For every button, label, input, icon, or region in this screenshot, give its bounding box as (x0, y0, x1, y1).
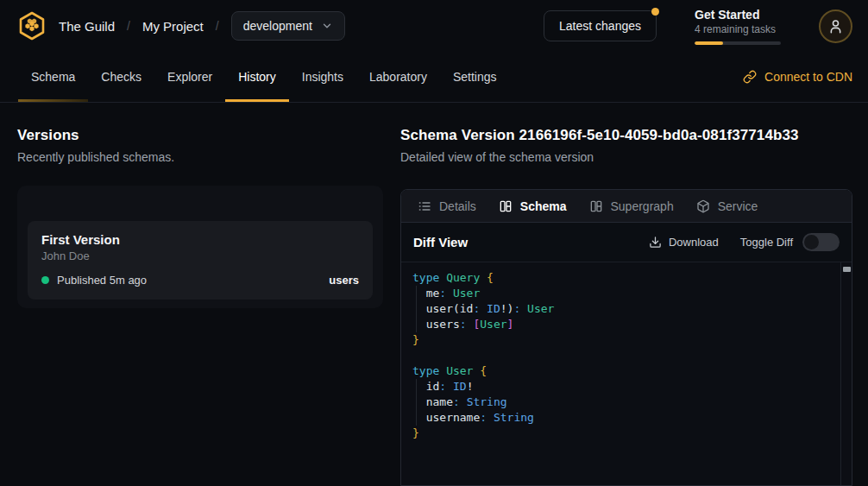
link-icon (743, 70, 757, 84)
tab-schema-view[interactable]: Schema (487, 190, 578, 222)
toggle-diff-switch[interactable] (802, 233, 840, 251)
get-started-progress-fill (695, 41, 723, 45)
code-line: user(id: ID!): User (401, 301, 852, 317)
schema-detail-tabs: Details Schema Supergraph (401, 190, 852, 223)
tab-supergraph[interactable]: Supergraph (578, 190, 685, 222)
main-nav: Schema Checks Explorer History Insights … (0, 52, 868, 103)
versions-subtitle: Recently published schemas. (17, 150, 383, 164)
published-status-dot (41, 276, 49, 284)
connect-to-cdn-link[interactable]: Connect to CDN (743, 52, 852, 102)
top-header: The Guild / My Project / development Lat… (0, 0, 868, 52)
tab-supergraph-label: Supergraph (611, 199, 674, 213)
avatar[interactable] (819, 9, 852, 43)
target-selector[interactable]: development (231, 11, 345, 41)
tab-service-label: Service (718, 199, 758, 213)
columns-icon (499, 199, 513, 213)
versions-list: First Version John Doe Published 5m ago … (17, 186, 383, 308)
version-name: First Version (41, 232, 359, 247)
get-started-subtitle: 4 remaining tasks (695, 23, 781, 35)
version-status: Published 5m ago (57, 274, 147, 287)
code-line: username: String (401, 410, 852, 426)
code-line: type Query { (401, 270, 852, 286)
nav-tab-history[interactable]: History (225, 52, 289, 102)
code-line: users: [User] (401, 317, 852, 332)
download-button[interactable]: Download (649, 236, 719, 249)
nav-tab-explorer[interactable]: Explorer (154, 52, 225, 102)
switch-knob (804, 235, 819, 249)
tab-details-label: Details (439, 199, 476, 213)
list-icon (418, 199, 431, 213)
page-content: Versions Recently published schemas. Fir… (0, 103, 868, 486)
download-label: Download (669, 236, 719, 249)
schema-code-viewer[interactable]: type Query { me: User user(id: ID!): Use… (401, 262, 852, 485)
columns-icon (589, 199, 603, 213)
diff-view-title: Diff View (413, 235, 468, 249)
code-line: me: User (401, 286, 852, 301)
connect-to-cdn-label: Connect to CDN (764, 70, 852, 84)
breadcrumb-project[interactable]: My Project (142, 19, 204, 34)
notification-dot (651, 8, 659, 16)
toggle-diff-control: Toggle Diff (740, 233, 840, 251)
code-line (401, 348, 852, 363)
code-line: name: String (401, 394, 852, 410)
toggle-diff-label: Toggle Diff (740, 236, 793, 249)
breadcrumb-separator: / (216, 19, 219, 33)
tab-service[interactable]: Service (685, 190, 770, 222)
code-line: id: ID! (401, 379, 852, 394)
latest-changes-button[interactable]: Latest changes (544, 10, 657, 41)
schema-version-title: Schema Version 2166196f-5e10-4059-bd0a-0… (400, 127, 852, 144)
hive-logo-icon (16, 10, 47, 41)
header-actions: Latest changes Get Started 4 remaining t… (544, 8, 852, 45)
cube-icon (696, 199, 710, 213)
chevron-down-icon (321, 20, 333, 32)
versions-pane: Versions Recently published schemas. Fir… (17, 127, 383, 486)
target-selector-value: development (243, 19, 312, 33)
code-line: } (401, 332, 852, 348)
download-icon (649, 236, 662, 249)
nav-tab-insights[interactable]: Insights (289, 52, 356, 102)
version-meta-row: Published 5m ago users (41, 274, 359, 287)
hive-logo[interactable] (16, 9, 48, 42)
code-line: type User { (401, 363, 852, 379)
user-icon (827, 18, 844, 35)
get-started-widget[interactable]: Get Started 4 remaining tasks (695, 8, 781, 45)
schema-detail-panel: Details Schema Supergraph (400, 189, 852, 486)
get-started-progress-bar (695, 41, 781, 45)
nav-tab-schema[interactable]: Schema (18, 52, 88, 102)
tab-schema-label: Schema (520, 199, 567, 213)
diff-view-toolbar: Diff View Download Toggle Diff (401, 223, 852, 262)
version-list-item[interactable]: First Version John Doe Published 5m ago … (28, 221, 373, 300)
nav-tab-laboratory[interactable]: Laboratory (356, 52, 440, 102)
latest-changes-label: Latest changes (559, 19, 641, 33)
diff-view-actions: Download Toggle Diff (649, 233, 840, 251)
schema-version-subtitle: Detailed view of the schema version (400, 150, 852, 164)
breadcrumb-separator: / (127, 19, 130, 33)
schema-version-pane: Schema Version 2166196f-5e10-4059-bd0a-0… (400, 127, 852, 486)
breadcrumb: The Guild / My Project / development (59, 11, 345, 41)
nav-tab-checks[interactable]: Checks (88, 52, 154, 102)
nav-tab-settings[interactable]: Settings (440, 52, 510, 102)
breadcrumb-org[interactable]: The Guild (59, 19, 115, 34)
versions-title: Versions (17, 127, 383, 144)
version-author: John Doe (41, 249, 359, 262)
code-line: } (401, 426, 852, 441)
get-started-title: Get Started (695, 8, 781, 22)
version-service-badge: users (329, 274, 359, 287)
tab-details[interactable]: Details (406, 190, 487, 222)
